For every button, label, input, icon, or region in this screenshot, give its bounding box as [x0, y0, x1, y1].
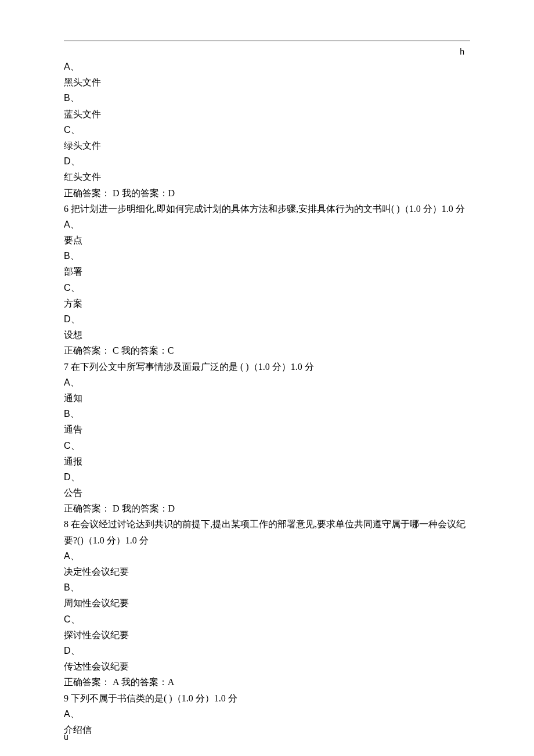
- q5-optC-label: C、: [64, 122, 470, 138]
- q8-answer: 正确答案： A 我的答案：A: [64, 674, 470, 690]
- q8-optD-label: D、: [64, 643, 470, 658]
- q7-optB-label: B、: [64, 406, 470, 422]
- q8-optD-text: 传达性会议纪要: [64, 658, 470, 674]
- q5-optA-text: 黑头文件: [64, 74, 470, 90]
- q8-optB-label: B、: [64, 579, 470, 595]
- q8-optC-text: 探讨性会议纪要: [64, 627, 470, 643]
- q7-stem: 7 在下列公文中所写事情涉及面最广泛的是 ( )（1.0 分）1.0 分: [64, 359, 470, 375]
- q7-optC-label: C、: [64, 438, 470, 453]
- q6-optA-label: A、: [64, 217, 470, 232]
- q6-optB-text: 部署: [64, 264, 470, 279]
- q5-optB-text: 蓝头文件: [64, 106, 470, 122]
- q7-optB-text: 通告: [64, 422, 470, 437]
- q7-optA-text: 通知: [64, 390, 470, 406]
- q5-optD-label: D、: [64, 153, 470, 169]
- document-page: h A、 黑头文件 B、 蓝头文件 C、 绿头文件 D、 红头文件 正确答案： …: [0, 0, 534, 756]
- q6-optC-label: C、: [64, 280, 470, 296]
- q6-answer: 正确答案： C 我的答案：C: [64, 343, 470, 358]
- q5-optD-text: 红头文件: [64, 169, 470, 185]
- document-body: A、 黑头文件 B、 蓝头文件 C、 绿头文件 D、 红头文件 正确答案： D …: [64, 59, 470, 737]
- q7-optA-label: A、: [64, 375, 470, 390]
- q5-answer: 正确答案： D 我的答案：D: [64, 185, 470, 201]
- header-mark: h: [460, 45, 464, 59]
- q6-optA-text: 要点: [64, 232, 470, 248]
- q8-stem: 8 在会议经过讨论达到共识的前提下,提出某项工作的部署意见,要求单位共同遵守属于…: [64, 516, 470, 548]
- q6-stem: 6 把计划进一步明细化,即如何完成计划的具体方法和步骤,安排具体行为的文书叫( …: [64, 201, 470, 217]
- footer-mark: u: [64, 730, 68, 744]
- q7-optC-text: 通报: [64, 453, 470, 469]
- q8-optB-text: 周知性会议纪要: [64, 595, 470, 611]
- q7-optD-text: 公告: [64, 485, 470, 501]
- q5-optA-label: A、: [64, 59, 470, 74]
- q8-optA-text: 决定性会议纪要: [64, 564, 470, 579]
- q7-answer: 正确答案： D 我的答案：D: [64, 501, 470, 516]
- q6-optD-text: 设想: [64, 327, 470, 343]
- q9-optA-text: 介绍信: [64, 722, 470, 737]
- q9-stem: 9 下列不属于书信类的是( )（1.0 分）1.0 分: [64, 690, 470, 706]
- q9-optA-label: A、: [64, 706, 470, 722]
- q6-optD-label: D、: [64, 311, 470, 327]
- q6-optC-text: 方案: [64, 296, 470, 311]
- q6-optB-label: B、: [64, 248, 470, 264]
- header-rule: [64, 41, 470, 41]
- q7-optD-label: D、: [64, 469, 470, 485]
- q5-optB-label: B、: [64, 90, 470, 106]
- q5-optC-text: 绿头文件: [64, 138, 470, 153]
- q8-optA-label: A、: [64, 548, 470, 564]
- q8-optC-label: C、: [64, 611, 470, 627]
